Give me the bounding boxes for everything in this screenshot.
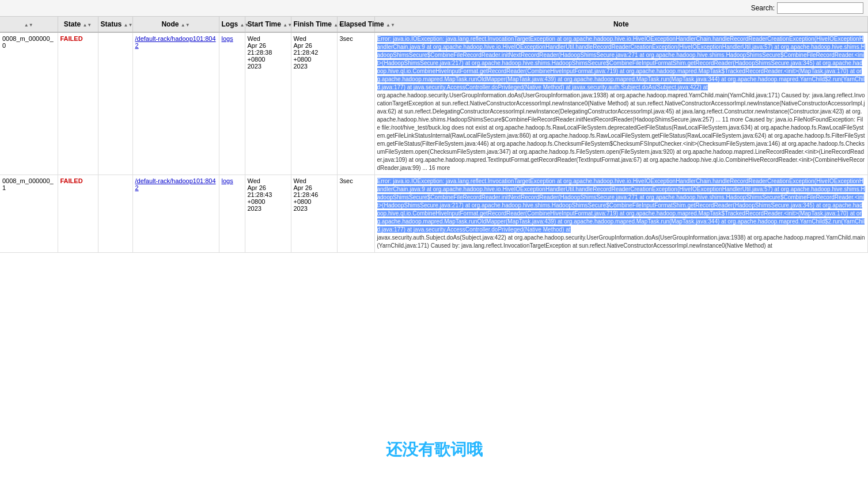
tasks-table: ▲▼ State ▲▼ Status ▲▼ Node ▲▼ Logs ▲▼ — [0, 17, 868, 253]
cell-finishtime: Wed Apr 26 21:28:46 +0800 2023 — [291, 175, 337, 253]
cell-logs[interactable]: logs — [219, 175, 245, 253]
note-normal-text: org.apache.hadoop.security.UserGroupInfo… — [377, 92, 865, 171]
cell-note: Error: java.io.IOException: java.lang.re… — [374, 175, 868, 253]
note-highlighted-text: Error: java.io.IOException: java.lang.re… — [377, 36, 865, 90]
table-header-row: ▲▼ State ▲▼ Status ▲▼ Node ▲▼ Logs ▲▼ — [0, 17, 868, 32]
cell-finishtime: Wed Apr 26 21:28:42 +0800 2023 — [291, 32, 337, 175]
logs-link[interactable]: logs — [222, 35, 233, 42]
node-link[interactable]: /default-rack/hadoop101:8042 — [135, 177, 216, 191]
cell-starttime: Wed Apr 26 21:28:38 +0800 2023 — [245, 32, 291, 175]
search-label: Search: — [751, 4, 775, 12]
cell-status — [98, 175, 132, 253]
cell-state: FAILED — [58, 175, 98, 253]
search-input[interactable] — [777, 2, 863, 14]
top-bar: Search: — [0, 0, 868, 17]
col-header-node[interactable]: Node ▲▼ — [132, 17, 219, 32]
cell-status — [98, 32, 132, 175]
note-normal-text: javax.security.auth.Subject.doAs(Subject… — [377, 234, 865, 249]
cell-state: FAILED — [58, 32, 98, 175]
table-row: 0008_m_000000_1FAILED/default-rack/hadoo… — [0, 175, 868, 253]
note-highlighted-text: Error: java.io.IOException: java.lang.re… — [377, 178, 865, 233]
col-header-status[interactable]: Status ▲▼ — [98, 17, 132, 32]
cell-node[interactable]: /default-rack/hadoop101:8042 — [132, 175, 219, 253]
cell-rownum: 0008_m_000000_0 — [0, 32, 58, 175]
table-row: 0008_m_000000_0FAILED/default-rack/hadoo… — [0, 32, 868, 175]
col-header-rownum[interactable]: ▲▼ — [0, 17, 58, 32]
cell-elapsed: 3sec — [337, 175, 374, 253]
logs-link[interactable]: logs — [222, 177, 233, 184]
col-header-state[interactable]: State ▲▼ — [58, 17, 98, 32]
table-body: 0008_m_000000_0FAILED/default-rack/hadoo… — [0, 32, 868, 253]
col-header-note: Note — [374, 17, 868, 32]
cell-elapsed: 3sec — [337, 32, 374, 175]
col-header-finishtime[interactable]: Finish Time ▲▼ — [291, 17, 337, 32]
node-link[interactable]: /default-rack/hadoop101:8042 — [135, 35, 216, 49]
col-header-starttime[interactable]: Start Time ▲▼ — [245, 17, 291, 32]
table-container: ▲▼ State ▲▼ Status ▲▼ Node ▲▼ Logs ▲▼ — [0, 17, 868, 253]
cell-logs[interactable]: logs — [219, 32, 245, 175]
cell-node[interactable]: /default-rack/hadoop101:8042 — [132, 32, 219, 175]
cell-starttime: Wed Apr 26 21:28:43 +0800 2023 — [245, 175, 291, 253]
cell-note: Error: java.io.IOException: java.lang.re… — [374, 32, 868, 175]
col-header-elapsed[interactable]: Elapsed Time ▲▼ — [337, 17, 374, 32]
col-header-logs[interactable]: Logs ▲▼ — [219, 17, 245, 32]
cell-rownum: 0008_m_000000_1 — [0, 175, 58, 253]
